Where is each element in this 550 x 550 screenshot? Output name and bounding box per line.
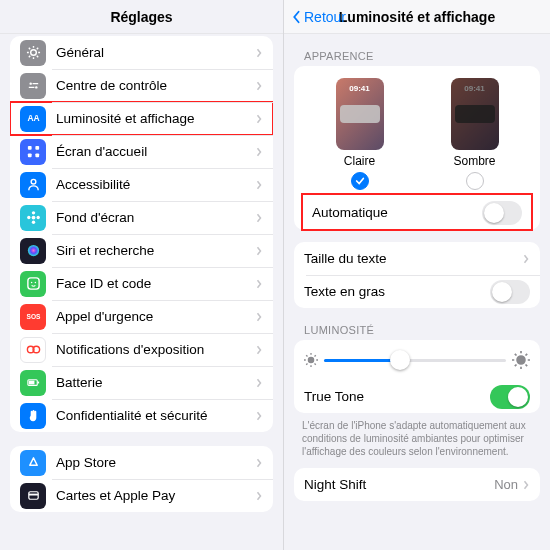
- settings-row-siri[interactable]: Siri et recherche: [10, 234, 273, 267]
- chevron-right-icon: [255, 344, 263, 356]
- bold-text-toggle[interactable]: [490, 280, 530, 304]
- flower-icon: [20, 205, 46, 231]
- svg-point-27: [34, 282, 36, 284]
- svg-text:SOS: SOS: [26, 313, 40, 320]
- svg-rect-35: [28, 494, 37, 496]
- row-label: Écran d'accueil: [56, 144, 255, 159]
- svg-line-6: [36, 56, 37, 57]
- aa-icon: AA: [20, 106, 46, 132]
- svg-line-50: [515, 354, 517, 356]
- row-label: Batterie: [56, 375, 255, 390]
- truetone-note: L'écran de l'iPhone s'adapte automatique…: [284, 413, 550, 462]
- row-label: Fond d'écran: [56, 210, 255, 225]
- dark-preview: 09:41: [451, 78, 499, 150]
- settings-list-store: App StoreCartes et Apple Pay: [10, 446, 273, 512]
- svg-point-21: [31, 221, 34, 224]
- row-label: Cartes et Apple Pay: [56, 488, 255, 503]
- svg-rect-25: [27, 278, 38, 289]
- back-button[interactable]: Retour: [290, 9, 346, 25]
- settings-row-grid[interactable]: Écran d'accueil: [10, 135, 273, 168]
- brightness-header: LUMINOSITÉ: [304, 324, 550, 336]
- settings-row-face[interactable]: Face ID et code: [10, 267, 273, 300]
- svg-point-22: [27, 216, 30, 219]
- settings-row-control[interactable]: Centre de contrôle: [10, 69, 273, 102]
- chevron-right-icon: [255, 377, 263, 389]
- chevron-right-icon: [255, 146, 263, 158]
- svg-rect-33: [28, 381, 34, 385]
- row-label: Face ID et code: [56, 276, 255, 291]
- settings-row-wallet[interactable]: Cartes et Apple Pay: [10, 479, 273, 512]
- settings-row-hand[interactable]: Confidentialité et sécurité: [10, 399, 273, 432]
- svg-text:AA: AA: [27, 113, 39, 123]
- nightshift-value: Non: [494, 477, 518, 492]
- row-label: App Store: [56, 455, 255, 470]
- gear-icon: [20, 40, 46, 66]
- bold-text-row[interactable]: Texte en gras: [294, 275, 540, 308]
- chevron-right-icon: [255, 113, 263, 125]
- settings-list: GénéralCentre de contrôleAALuminosité et…: [10, 36, 273, 432]
- svg-point-18: [31, 179, 36, 184]
- svg-line-7: [36, 48, 37, 49]
- sos-icon: SOS: [20, 304, 46, 330]
- settings-row-battery[interactable]: Batterie: [10, 366, 273, 399]
- svg-rect-14: [27, 146, 31, 150]
- chevron-left-icon: [290, 10, 302, 24]
- row-label: Accessibilité: [56, 177, 255, 192]
- truetone-row[interactable]: True Tone: [294, 380, 540, 413]
- svg-point-19: [31, 216, 35, 220]
- exposure-icon: [20, 337, 46, 363]
- chevron-right-icon: [255, 457, 263, 469]
- hand-icon: [20, 403, 46, 429]
- svg-point-23: [36, 216, 39, 219]
- appearance-light[interactable]: 09:41 Claire: [320, 78, 400, 190]
- appearance-dark[interactable]: 09:41 Sombre: [435, 78, 515, 190]
- svg-rect-32: [37, 382, 38, 384]
- svg-point-0: [30, 50, 36, 56]
- dark-label: Sombre: [453, 154, 495, 168]
- row-label: Luminosité et affichage: [56, 111, 255, 126]
- brightness-group: True Tone: [294, 340, 540, 413]
- nightshift-group: Night Shift Non: [294, 468, 540, 501]
- dark-radio[interactable]: [466, 172, 484, 190]
- nightshift-row[interactable]: Night Shift Non: [294, 468, 540, 501]
- automatic-label: Automatique: [312, 205, 482, 220]
- left-title: Réglages: [110, 9, 172, 25]
- siri-icon: [20, 238, 46, 264]
- light-label: Claire: [344, 154, 375, 168]
- row-label: Confidentialité et sécurité: [56, 408, 255, 423]
- automatic-toggle[interactable]: [482, 201, 522, 225]
- appearance-picker: 09:41 Claire 09:41 Sombre Automatique: [294, 66, 540, 230]
- wallet-icon: [20, 483, 46, 509]
- svg-rect-15: [35, 146, 39, 150]
- settings-row-person[interactable]: Accessibilité: [10, 168, 273, 201]
- truetone-toggle[interactable]: [490, 385, 530, 409]
- person-icon: [20, 172, 46, 198]
- automatic-row[interactable]: Automatique: [302, 194, 532, 230]
- svg-point-45: [517, 356, 525, 364]
- right-title: Luminosité et affichage: [339, 9, 495, 25]
- settings-row-gear[interactable]: Général: [10, 36, 273, 69]
- settings-row-aa[interactable]: AALuminosité et affichage: [10, 102, 273, 135]
- settings-row-exposure[interactable]: Notifications d'exposition: [10, 333, 273, 366]
- settings-row-flower[interactable]: Fond d'écran: [10, 201, 273, 234]
- light-preview: 09:41: [336, 78, 384, 150]
- brightness-slider[interactable]: [324, 350, 506, 370]
- svg-line-41: [306, 355, 307, 356]
- svg-point-11: [35, 86, 37, 88]
- chevron-right-icon: [522, 253, 530, 265]
- sun-large-icon: [512, 351, 530, 369]
- appstore-icon: [20, 450, 46, 476]
- svg-line-52: [526, 354, 528, 356]
- chevron-right-icon: [255, 490, 263, 502]
- row-label: Général: [56, 45, 255, 60]
- svg-point-26: [30, 282, 32, 284]
- svg-point-20: [31, 211, 34, 214]
- light-radio[interactable]: [351, 172, 369, 190]
- text-size-row[interactable]: Taille du texte: [294, 242, 540, 275]
- appearance-header: APPARENCE: [304, 50, 550, 62]
- svg-line-42: [315, 364, 316, 365]
- brightness-slider-row[interactable]: [294, 340, 540, 380]
- settings-row-appstore[interactable]: App Store: [10, 446, 273, 479]
- svg-point-36: [308, 357, 313, 362]
- settings-row-sos[interactable]: SOSAppel d'urgence: [10, 300, 273, 333]
